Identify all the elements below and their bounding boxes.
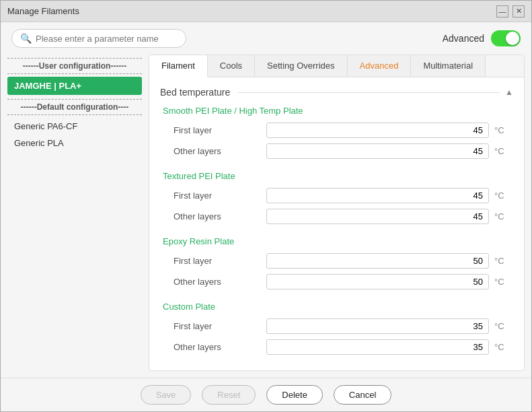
- title-bar: Manage Filaments — ✕: [1, 1, 531, 22]
- plate-group-smooth: Smooth PEI Plate / High Temp Plate First…: [160, 106, 513, 162]
- sidebar-item-pla[interactable]: Generic PLA: [7, 135, 142, 151]
- param-row-custom-other: Other layers °C: [160, 337, 513, 357]
- advanced-toggle-row: Advanced: [443, 30, 521, 46]
- search-icon: 🔍: [20, 33, 32, 44]
- param-input-textured-other[interactable]: [266, 209, 489, 224]
- tab-advanced[interactable]: Advanced: [348, 55, 412, 77]
- param-input-textured-first[interactable]: [266, 188, 489, 203]
- window-controls: — ✕: [496, 5, 525, 18]
- param-label-epoxy-first: First layer: [174, 256, 261, 266]
- plate-group-textured: Textured PEI Plate First layer °C Other …: [160, 171, 513, 227]
- user-config-header: ------User configuration------: [7, 58, 142, 74]
- main-window: Manage Filaments — ✕ 🔍 Advanced ------Us…: [0, 0, 532, 412]
- param-row-smooth-other: Other layers °C: [160, 141, 513, 162]
- param-label-textured-first: First layer: [174, 191, 261, 201]
- sidebar-item-active[interactable]: JAMGHE | PLA+: [7, 77, 142, 95]
- param-label-custom-other: Other layers: [174, 342, 261, 352]
- param-input-smooth-other[interactable]: [266, 143, 489, 159]
- close-button[interactable]: ✕: [512, 5, 525, 18]
- content-area: Bed temperature ▲ Smooth PEI Plate / Hig…: [149, 77, 524, 370]
- save-button[interactable]: Save: [141, 385, 192, 405]
- param-row-custom-first: First layer °C: [160, 316, 513, 337]
- param-input-smooth-first[interactable]: [266, 123, 489, 138]
- reset-button[interactable]: Reset: [202, 385, 256, 405]
- bed-temp-section-header: Bed temperature ▲: [160, 87, 513, 98]
- section-divider: [238, 92, 500, 93]
- toggle-knob: [506, 32, 519, 45]
- plate-title-custom: Custom Plate: [160, 302, 513, 312]
- advanced-label: Advanced: [443, 33, 484, 44]
- plate-title-textured: Textured PEI Plate: [160, 171, 513, 181]
- param-unit-epoxy-first: °C: [494, 256, 508, 266]
- tab-setting-overrides[interactable]: Setting Overrides: [255, 55, 347, 77]
- tabs-row: Filament Cools Setting Overrides Advance…: [149, 55, 524, 77]
- delete-button[interactable]: Delete: [266, 385, 323, 405]
- param-row-epoxy-other: Other layers °C: [160, 271, 513, 292]
- bottom-bar: Save Reset Delete Cancel: [1, 378, 531, 411]
- param-row-smooth-first: First layer °C: [160, 120, 513, 141]
- search-box[interactable]: 🔍: [11, 29, 186, 48]
- param-label-smooth-other: Other layers: [174, 146, 261, 156]
- param-unit-custom-first: °C: [494, 321, 508, 331]
- param-unit-custom-other: °C: [494, 342, 508, 352]
- param-input-epoxy-first[interactable]: [266, 253, 489, 269]
- tab-cools[interactable]: Cools: [208, 55, 255, 77]
- tab-multimaterial[interactable]: Multimaterial: [411, 55, 486, 77]
- search-input[interactable]: [36, 34, 178, 44]
- tab-filament[interactable]: Filament: [149, 55, 208, 77]
- param-row-textured-other: Other layers °C: [160, 206, 513, 227]
- advanced-toggle[interactable]: [491, 30, 521, 46]
- plate-group-epoxy: Epoxy Resin Plate First layer °C Other l…: [160, 236, 513, 292]
- sidebar: ------User configuration------ JAMGHE | …: [7, 55, 142, 371]
- bed-temp-title: Bed temperature: [160, 87, 238, 98]
- minimize-button[interactable]: —: [496, 5, 508, 18]
- param-label-textured-other: Other layers: [174, 211, 261, 221]
- plate-group-custom: Custom Plate First layer °C Other layers…: [160, 302, 513, 357]
- param-input-custom-other[interactable]: [266, 339, 489, 355]
- param-row-epoxy-first: First layer °C: [160, 250, 513, 271]
- main-content: ------User configuration------ JAMGHE | …: [1, 55, 531, 378]
- param-unit-smooth-first: °C: [494, 125, 508, 135]
- search-bar-row: 🔍 Advanced: [1, 22, 531, 55]
- param-unit-textured-first: °C: [494, 191, 508, 201]
- param-unit-smooth-other: °C: [494, 146, 508, 156]
- param-input-epoxy-other[interactable]: [266, 274, 489, 289]
- param-input-custom-first[interactable]: [266, 318, 489, 334]
- window-title: Manage Filaments: [7, 6, 79, 16]
- plate-title-epoxy: Epoxy Resin Plate: [160, 236, 513, 246]
- param-label-epoxy-other: Other layers: [174, 277, 261, 287]
- param-unit-epoxy-other: °C: [494, 277, 508, 287]
- cancel-button[interactable]: Cancel: [334, 385, 391, 405]
- param-label-smooth-first: First layer: [174, 125, 261, 135]
- param-unit-textured-other: °C: [494, 211, 508, 221]
- default-config-header: ------Default configuration----: [7, 99, 142, 115]
- collapse-icon[interactable]: ▲: [505, 88, 513, 97]
- right-panel: Filament Cools Setting Overrides Advance…: [149, 55, 525, 371]
- param-row-textured-first: First layer °C: [160, 185, 513, 206]
- plate-title-smooth: Smooth PEI Plate / High Temp Plate: [160, 106, 513, 116]
- param-label-custom-first: First layer: [174, 321, 261, 331]
- sidebar-item-pa6cf[interactable]: Generic PA6-CF: [7, 118, 142, 135]
